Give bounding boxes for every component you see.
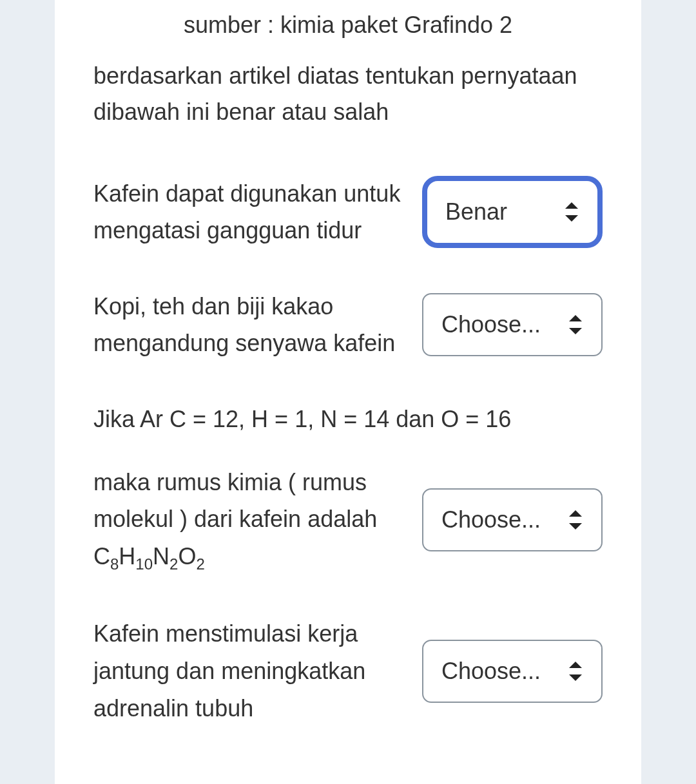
answer-select[interactable]: Choose... bbox=[422, 640, 603, 703]
instruction-text: berdasarkan artikel diatas tentukan pern… bbox=[55, 58, 641, 175]
answer-select[interactable]: Choose... bbox=[422, 293, 603, 356]
formula-pre: maka rumus kimia ( rumus molekul ) dari … bbox=[93, 469, 377, 569]
sort-icon bbox=[568, 315, 583, 334]
source-text: sumber : kimia paket Grafindo 2 bbox=[55, 0, 641, 58]
sort-icon bbox=[564, 202, 579, 222]
question-text: Kafein menstimulasi kerja jantung dan me… bbox=[93, 615, 422, 727]
answer-select-wrap: Benar bbox=[422, 176, 603, 248]
sort-icon bbox=[568, 662, 583, 681]
question-text-premise: Jika Ar C = 12, H = 1, N = 14 dan O = 16 bbox=[93, 401, 603, 438]
answer-select-value: Choose... bbox=[441, 311, 541, 338]
formula-sub: 2 bbox=[169, 555, 178, 573]
formula-el: H bbox=[119, 543, 135, 569]
answer-select-value: Choose... bbox=[441, 506, 541, 533]
sort-icon bbox=[568, 510, 583, 530]
question-text-formula: maka rumus kimia ( rumus molekul ) dari … bbox=[93, 464, 422, 577]
answer-select-wrap: Choose... bbox=[422, 488, 603, 551]
formula-el: N bbox=[153, 543, 169, 569]
answer-select-wrap: Choose... bbox=[422, 640, 603, 703]
answer-select-wrap: Choose... bbox=[422, 293, 603, 356]
question-row: Kopi, teh dan biji kakao mengandung seny… bbox=[55, 288, 641, 362]
formula-sub: 2 bbox=[196, 555, 204, 573]
formula-sub: 8 bbox=[110, 555, 119, 573]
question-text: Kafein dapat digunakan untuk mengatasi g… bbox=[93, 175, 422, 249]
answer-select[interactable]: Benar bbox=[422, 176, 603, 248]
question-row: Jika Ar C = 12, H = 1, N = 14 dan O = 16… bbox=[55, 401, 641, 577]
question-row: Kafein dapat digunakan untuk mengatasi g… bbox=[55, 175, 641, 249]
formula-el: O bbox=[178, 543, 196, 569]
answer-select-value: Benar bbox=[445, 198, 507, 225]
question-card: sumber : kimia paket Grafindo 2 berdasar… bbox=[55, 0, 641, 784]
answer-select[interactable]: Choose... bbox=[422, 488, 603, 551]
question-text: Kopi, teh dan biji kakao mengandung seny… bbox=[93, 288, 422, 362]
question-row: Kafein menstimulasi kerja jantung dan me… bbox=[55, 615, 641, 727]
formula-sub: 10 bbox=[135, 555, 153, 573]
answer-select-value: Choose... bbox=[441, 658, 541, 685]
